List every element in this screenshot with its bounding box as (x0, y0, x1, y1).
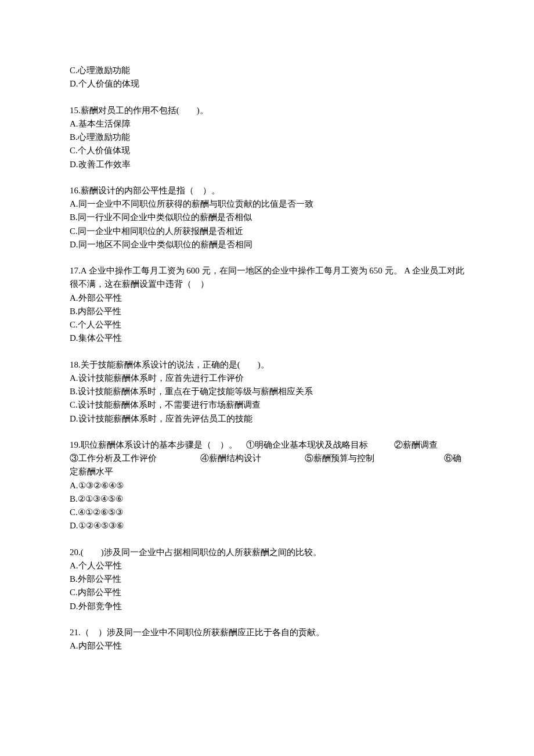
option-c: C.个人公平性 (70, 318, 464, 332)
option-a: A.个人公平性 (70, 559, 464, 573)
option-d: D.个人价值的体现 (70, 77, 464, 91)
question-stem: 17.A 企业中操作工每月工资为 600 元，在同一地区的企业中操作工每月工资为… (70, 264, 464, 291)
option-c: C.个人价值体现 (70, 144, 464, 157)
question-21: 21.（ ）涉及同一企业中不同职位所获薪酬应正比于各自的贡献。 A.内部公平性 (70, 626, 464, 653)
option-d: D.改善工作效率 (70, 158, 464, 171)
option-c: C.心理激励功能 (70, 64, 464, 77)
option-a: A.设计技能薪酬体系时，应首先进行工作评价 (70, 372, 464, 385)
option-b: B.内部公平性 (70, 305, 464, 318)
option-a: A.外部公平性 (70, 291, 464, 305)
option-b: B.设计技能薪酬体系时，重点在于确定技能等级与薪酬相应关系 (70, 385, 464, 398)
option-a: A.内部公平性 (70, 639, 464, 653)
question-20: 20.( )涉及同一企业中占据相同职位的人所获薪酬之间的比较。 A.个人公平性 … (70, 546, 464, 613)
question-stem: 16.薪酬设计的内部公平性是指（ ）。 (70, 184, 464, 197)
option-d: D.集体公平性 (70, 332, 464, 345)
option-d: D.外部竞争性 (70, 600, 464, 613)
option-c: C.设计技能薪酬体系时，不需要进行市场薪酬调查 (70, 398, 464, 412)
question-stem: 20.( )涉及同一企业中占据相同职位的人所获薪酬之间的比较。 (70, 546, 464, 559)
option-a: A.基本生活保障 (70, 117, 464, 131)
option-d: D.同一地区不同企业中类似职位的薪酬是否相同 (70, 238, 464, 251)
option-b: B.外部公平性 (70, 573, 464, 586)
option-c: C.同一企业中相同职位的人所获报酬是否相近 (70, 225, 464, 238)
option-a: A.同一企业中不同职位所获得的薪酬与职位贡献的比值是否一致 (70, 197, 464, 211)
question-16: 16.薪酬设计的内部公平性是指（ ）。 A.同一企业中不同职位所获得的薪酬与职位… (70, 184, 464, 251)
question-stem: 19.职位薪酬体系设计的基本步骤是（ ）。 ①明确企业基本现状及战略目标 ②薪酬… (70, 438, 464, 479)
question-18: 18.关于技能薪酬体系设计的说法，正确的是( )。 A.设计技能薪酬体系时，应首… (70, 358, 464, 426)
question-17: 17.A 企业中操作工每月工资为 600 元，在同一地区的企业中操作工每月工资为… (70, 264, 464, 345)
orphan-options: C.心理激励功能 D.个人价值的体现 (70, 64, 464, 91)
question-19: 19.职位薪酬体系设计的基本步骤是（ ）。 ①明确企业基本现状及战略目标 ②薪酬… (70, 438, 464, 533)
option-c: C.④①②⑥⑤③ (70, 506, 464, 519)
option-d: D.设计技能薪酬体系时，应首先评估员工的技能 (70, 412, 464, 426)
question-stem: 18.关于技能薪酬体系设计的说法，正确的是( )。 (70, 358, 464, 372)
question-stem: 21.（ ）涉及同一企业中不同职位所获薪酬应正比于各自的贡献。 (70, 626, 464, 639)
option-b: B.同一行业不同企业中类似职位的薪酬是否相似 (70, 211, 464, 224)
option-c: C.内部公平性 (70, 586, 464, 599)
question-15: 15.薪酬对员工的作用不包括( )。 A.基本生活保障 B.心理激励功能 C.个… (70, 104, 464, 171)
option-d: D.①②④⑤③⑥ (70, 519, 464, 532)
option-b: B.②①③④⑤⑥ (70, 492, 464, 506)
option-b: B.心理激励功能 (70, 131, 464, 144)
option-a: A.①③②⑥④⑤ (70, 479, 464, 492)
question-stem: 15.薪酬对员工的作用不包括( )。 (70, 104, 464, 117)
